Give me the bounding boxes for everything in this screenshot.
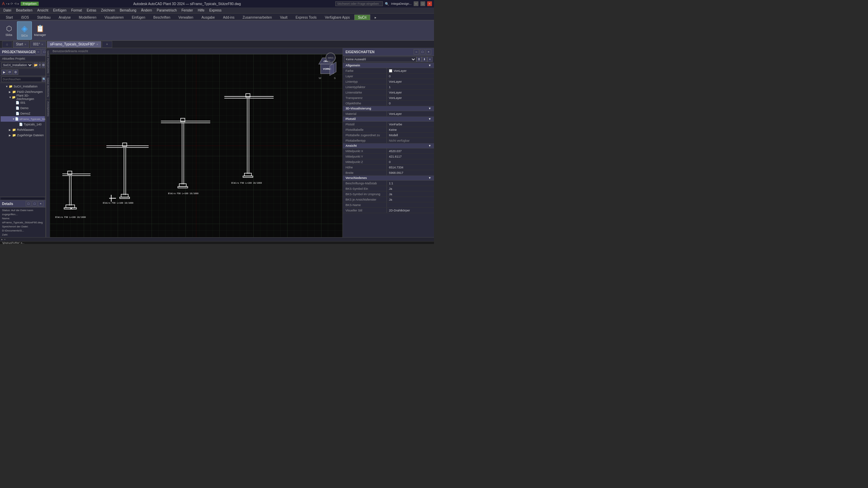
side-tab-geo[interactable]: Georeferenz bbox=[46, 99, 50, 118]
tree-item-zugehorige[interactable]: ▶ 📁 Zugehörige Dateien bbox=[1, 133, 45, 138]
tab-vault[interactable]: Vault bbox=[276, 15, 291, 20]
props-content: Allgemein ▼ Farbe VonLayer Layer 0 Linie… bbox=[343, 63, 434, 237]
section-allgemein[interactable]: Allgemein ▼ bbox=[343, 63, 434, 68]
tab-zusammenarbeiten[interactable]: Zusammenarbeiten bbox=[239, 15, 276, 20]
tab-verwalten[interactable]: Verwalten bbox=[175, 15, 197, 20]
manager-icon: 📋 bbox=[36, 24, 44, 33]
props-minimize[interactable]: – bbox=[414, 49, 419, 55]
props-restore[interactable]: □ bbox=[420, 49, 425, 55]
section-ansicht[interactable]: Ansicht ▼ bbox=[343, 143, 434, 148]
project-manager-header: PROJEKTMANAGER – □ × bbox=[0, 48, 45, 56]
project-dropdown[interactable]: SuCri_Installation bbox=[1, 62, 33, 68]
menu-express[interactable]: Express bbox=[207, 7, 223, 14]
tab-einfuegen[interactable]: Einfügen bbox=[128, 15, 149, 20]
doc-tab-001[interactable]: 001° × bbox=[30, 41, 46, 48]
tab-modellieren[interactable]: Modellieren bbox=[75, 15, 100, 20]
details-line: Status: Auf die Datei kann zugegriffen..… bbox=[2, 208, 43, 217]
tree-item-plant3d[interactable]: ▼ 📁 Plant 3D-Zeichnungen bbox=[1, 95, 45, 100]
scroll-track[interactable] bbox=[1, 198, 45, 200]
skita-button[interactable]: ⬡ Skita bbox=[1, 21, 16, 40]
tab-sucri[interactable]: SuCri bbox=[354, 15, 370, 20]
props-btn3[interactable]: × bbox=[427, 57, 433, 62]
doc-tabs: ⌂ Start × 001° × siFramo_Typicals_Stütze… bbox=[0, 41, 434, 48]
global-search-input[interactable] bbox=[335, 1, 383, 6]
tab-more[interactable]: ▸ bbox=[371, 15, 380, 20]
viewcube[interactable]: OBEN VORNE W S WAS bbox=[315, 58, 339, 81]
viewport[interactable]: BlWire F90 L=100 10/1000 bbox=[50, 54, 342, 237]
menu-einfuegen[interactable]: Einfügen bbox=[51, 7, 68, 14]
side-tab-isometric[interactable]: Isometrische DWG bbox=[46, 48, 50, 75]
props-close[interactable]: × bbox=[426, 49, 431, 55]
tab-addins[interactable]: Add-ins bbox=[219, 15, 238, 20]
project-toolbar-row: ▶ ⟳ ⚙ bbox=[0, 69, 45, 76]
section-3d[interactable]: 3D-Visualisierung ▼ bbox=[343, 106, 434, 111]
menu-hilfe[interactable]: Hilfe bbox=[196, 7, 206, 14]
close-button[interactable]: × bbox=[427, 1, 432, 6]
minimize-button[interactable]: – bbox=[414, 1, 418, 6]
panel-minimize[interactable]: – bbox=[36, 49, 41, 55]
tab-visualisieren[interactable]: Visualisieren bbox=[101, 15, 127, 20]
navigation-circle[interactable]: WAS bbox=[326, 53, 336, 63]
menu-extras[interactable]: Extras bbox=[85, 7, 98, 14]
tree-item-demoz[interactable]: 📄 DemoZ bbox=[1, 111, 45, 116]
props-btn2[interactable]: ⬇ bbox=[422, 57, 427, 62]
section-verschiedenes[interactable]: Verschiedenes ▼ bbox=[343, 176, 434, 181]
doc-tab-main[interactable]: siFramo_Typicals_StützeF80° × bbox=[47, 41, 101, 48]
project-btn2[interactable]: + bbox=[39, 62, 41, 68]
menu-bearbeiten[interactable]: Bearbeiten bbox=[14, 7, 34, 14]
tree-refresh-btn[interactable]: ⟳ bbox=[7, 69, 13, 75]
bottom-scrollbar[interactable] bbox=[0, 197, 45, 200]
titlebar: A ▪ ▸ ⟳ ⟲ ▸ Freigeben Autodesk AutoCAD P… bbox=[0, 0, 434, 7]
project-btn1[interactable]: 📂 bbox=[34, 62, 38, 68]
doc-tab-home[interactable]: ⌂ bbox=[2, 41, 12, 48]
tab-isos[interactable]: iSOS bbox=[17, 15, 33, 20]
tab-verfuegbar[interactable]: Verfügbare Apps bbox=[321, 15, 354, 20]
tab-express[interactable]: Express Tools bbox=[292, 15, 320, 20]
freigeben-button[interactable]: Freigeben bbox=[21, 2, 39, 6]
props-dropdown[interactable]: Keine Auswahl bbox=[344, 57, 416, 62]
search-icon[interactable]: 🔍 bbox=[385, 2, 389, 6]
tree-settings-btn[interactable]: ⚙ bbox=[13, 69, 18, 75]
side-tab-normed[interactable]: Normierte DWG bbox=[46, 75, 50, 99]
tree-item-typicals[interactable]: 📄 Typicals_140 bbox=[1, 122, 45, 127]
tree-item-sucri[interactable]: ▼ 📁 SuCri_Installation bbox=[1, 84, 45, 89]
menu-datei[interactable]: Datei bbox=[1, 7, 13, 14]
tab-ausgabe[interactable]: Ausgabe bbox=[198, 15, 218, 20]
menu-format[interactable]: Format bbox=[69, 7, 84, 14]
props-btn1[interactable]: ⬆ bbox=[416, 57, 422, 62]
details-close[interactable]: × bbox=[38, 201, 43, 206]
tree-item-rohrklassen[interactable]: ▶ 📁 Rohrklassen bbox=[1, 127, 45, 133]
details-line: Name: siFramo_Typicals_StützeF80.dwg bbox=[2, 217, 43, 225]
details-btn2[interactable]: □ bbox=[32, 201, 37, 206]
tab-beschriften[interactable]: Beschriften bbox=[150, 15, 174, 20]
manager-button[interactable]: 📋 Manager bbox=[33, 21, 47, 40]
menu-zeichnen[interactable]: Zeichnen bbox=[99, 7, 117, 14]
tab-stahlbau[interactable]: Stahlbau bbox=[33, 15, 54, 20]
tab-analyse[interactable]: Analyse bbox=[55, 15, 75, 20]
prop-plotstiltabelle: Plotstiltabelle Keine bbox=[343, 127, 434, 133]
tree-label: siFramo_Typicals_StützeF80 bbox=[19, 118, 45, 121]
doc-tab-add[interactable]: + bbox=[102, 41, 112, 48]
restore-button[interactable]: □ bbox=[420, 1, 425, 6]
tree-item-001[interactable]: 📄 001 bbox=[1, 100, 45, 105]
sico-icon: ◈ bbox=[21, 24, 27, 33]
project-selector[interactable]: SuCri_Installation 📂 + ⚙ bbox=[0, 62, 45, 69]
doc-tab-start[interactable]: Start × bbox=[13, 41, 29, 48]
app-logo-icon: A bbox=[2, 1, 5, 6]
menu-parametrisch[interactable]: Parametrisch bbox=[155, 7, 179, 14]
menu-ansicht[interactable]: Ansicht bbox=[35, 7, 51, 14]
sico-button[interactable]: ◈ SiCo bbox=[17, 21, 32, 40]
expand-icon: ▼ bbox=[5, 85, 9, 88]
menu-andern[interactable]: Ändern bbox=[139, 7, 154, 14]
search-bar: 🔍 bbox=[0, 76, 45, 83]
tree-expand-btn[interactable]: ▶ bbox=[1, 69, 7, 75]
tab-start[interactable]: Start bbox=[2, 15, 17, 20]
section-plotstil[interactable]: Plotstil ▼ bbox=[343, 117, 434, 122]
project-btn3[interactable]: ⚙ bbox=[42, 62, 45, 68]
tree-item-siframo[interactable]: ▼ 📄 siFramo_Typicals_StützeF80 bbox=[1, 116, 45, 122]
tree-item-demo[interactable]: 📄 Demo bbox=[1, 105, 45, 111]
search-input[interactable] bbox=[1, 77, 42, 82]
menu-bemaszung[interactable]: Bemaßung bbox=[118, 7, 138, 14]
menu-fenster[interactable]: Fenster bbox=[179, 7, 195, 14]
details-btn1[interactable]: □ bbox=[26, 201, 31, 206]
